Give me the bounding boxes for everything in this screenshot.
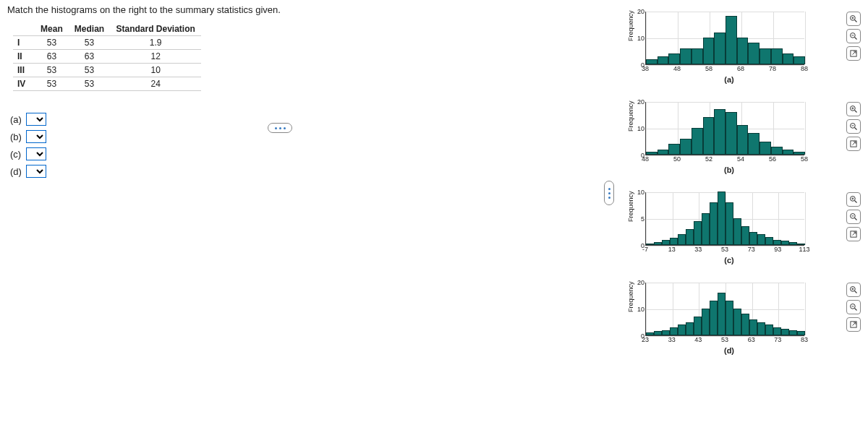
chart-caption: (d) bbox=[635, 346, 823, 355]
bar bbox=[692, 48, 703, 64]
bar bbox=[668, 144, 680, 155]
bar bbox=[781, 241, 789, 245]
bar bbox=[757, 234, 765, 245]
bar bbox=[760, 142, 771, 155]
x-tick: 88 bbox=[801, 65, 808, 72]
bar bbox=[748, 133, 760, 155]
bar bbox=[710, 202, 718, 245]
more-button-vertical[interactable] bbox=[604, 181, 614, 205]
bar bbox=[733, 218, 741, 245]
bar bbox=[654, 331, 662, 335]
cell-mean: 53 bbox=[35, 64, 69, 77]
bar bbox=[662, 330, 670, 335]
popout-button[interactable] bbox=[846, 137, 861, 151]
table-row: I53531.9 bbox=[13, 36, 201, 50]
zoom-out-icon bbox=[849, 122, 858, 131]
cell-id: II bbox=[13, 50, 35, 64]
svg-line-21 bbox=[855, 218, 857, 220]
bar bbox=[748, 43, 760, 64]
chart-d: Frequency2333435363738301020(d) bbox=[615, 280, 861, 363]
chart-caption: (b) bbox=[635, 165, 823, 174]
popout-button[interactable] bbox=[846, 317, 861, 332]
zoom-in-button[interactable] bbox=[846, 192, 861, 207]
select-d[interactable] bbox=[26, 165, 46, 178]
bar bbox=[789, 330, 797, 335]
bar bbox=[726, 202, 733, 245]
bar bbox=[703, 38, 715, 64]
cell-sd: 24 bbox=[110, 77, 201, 91]
zoom-in-button[interactable] bbox=[846, 102, 861, 116]
y-axis-label: Frequency bbox=[627, 10, 634, 41]
zoom-out-icon bbox=[849, 212, 858, 221]
cell-sd: 10 bbox=[110, 64, 201, 77]
y-tick: 0 bbox=[636, 332, 644, 340]
chart-b: Frequency48505254565801020(b) bbox=[615, 99, 861, 182]
y-axis-label: Frequency bbox=[627, 281, 634, 312]
svg-line-25 bbox=[855, 291, 857, 293]
bar bbox=[670, 327, 678, 335]
table-row: II636312 bbox=[13, 50, 201, 64]
y-tick: 20 bbox=[636, 98, 644, 106]
zoom-in-icon bbox=[849, 14, 858, 23]
svg-line-9 bbox=[855, 111, 857, 113]
th-mean: Mean bbox=[35, 22, 69, 36]
bar bbox=[702, 309, 710, 335]
x-tick: 58 bbox=[801, 155, 808, 163]
y-axis-label: Frequency bbox=[627, 191, 634, 222]
plot-area: 0510 bbox=[645, 192, 804, 246]
svg-line-13 bbox=[855, 128, 857, 130]
bar bbox=[773, 240, 781, 245]
select-c[interactable] bbox=[26, 147, 46, 160]
dot-icon bbox=[608, 188, 610, 190]
select-a[interactable] bbox=[26, 113, 46, 126]
x-tick: 54 bbox=[737, 155, 744, 163]
x-tick: 73 bbox=[748, 246, 755, 253]
bar bbox=[797, 331, 805, 335]
popout-button[interactable] bbox=[846, 46, 861, 61]
bar bbox=[757, 322, 765, 336]
bar bbox=[668, 53, 680, 64]
zoom-in-button[interactable] bbox=[846, 12, 861, 26]
zoom-in-button[interactable] bbox=[846, 283, 861, 297]
bar bbox=[718, 293, 726, 335]
bar bbox=[765, 324, 773, 335]
bar bbox=[646, 244, 654, 245]
zoom-out-icon bbox=[849, 303, 858, 311]
chart-c: Frequency-713335373931130510(c) bbox=[615, 189, 861, 272]
y-tick: 10 bbox=[636, 189, 644, 196]
bar bbox=[658, 150, 669, 155]
bar bbox=[710, 301, 718, 335]
zoom-out-button[interactable] bbox=[846, 119, 861, 134]
bar bbox=[694, 221, 702, 245]
th-blank bbox=[13, 22, 35, 36]
bar bbox=[726, 112, 737, 155]
svg-line-1 bbox=[855, 20, 857, 22]
bar bbox=[781, 329, 789, 335]
y-tick: 20 bbox=[636, 8, 644, 15]
x-tick: 63 bbox=[748, 336, 755, 343]
x-tick: 58 bbox=[705, 65, 712, 72]
bar bbox=[714, 109, 726, 155]
dot-icon bbox=[284, 127, 286, 129]
bar bbox=[741, 226, 749, 245]
select-b[interactable] bbox=[26, 130, 46, 143]
x-tick: 50 bbox=[673, 155, 681, 163]
x-tick: 52 bbox=[705, 155, 712, 163]
zoom-out-button[interactable] bbox=[846, 300, 861, 314]
zoom-out-button[interactable] bbox=[846, 29, 861, 43]
popout-icon bbox=[849, 230, 858, 238]
zoom-out-button[interactable] bbox=[846, 210, 861, 224]
bar bbox=[771, 48, 783, 64]
y-tick: 0 bbox=[636, 152, 644, 159]
bar bbox=[686, 229, 694, 245]
stats-table: Mean Median Standard Deviation I53531.9I… bbox=[13, 22, 201, 91]
bar bbox=[678, 234, 686, 245]
cell-median: 53 bbox=[69, 77, 110, 91]
x-tick: 113 bbox=[799, 246, 809, 253]
more-button-horizontal[interactable] bbox=[268, 123, 292, 133]
y-tick: 10 bbox=[636, 35, 644, 42]
bar bbox=[686, 322, 694, 336]
x-tick: 93 bbox=[774, 246, 781, 253]
bar bbox=[703, 117, 715, 155]
popout-button[interactable] bbox=[846, 227, 861, 241]
